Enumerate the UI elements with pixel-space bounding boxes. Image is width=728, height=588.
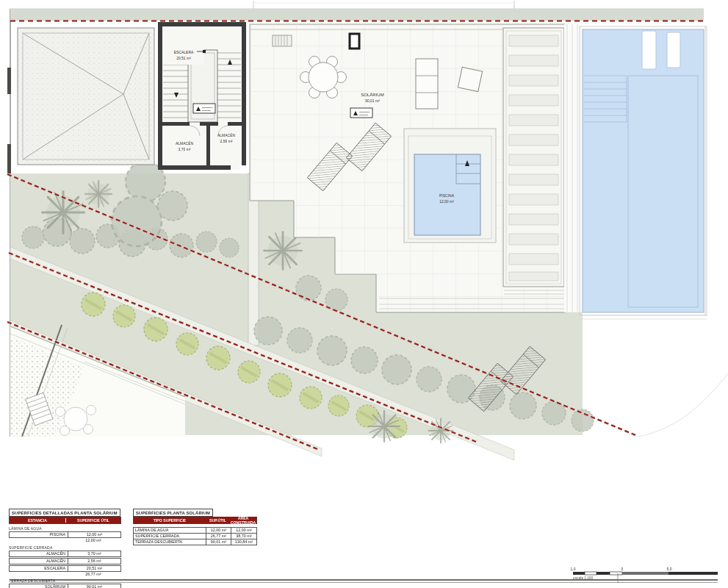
scale-label-5: 5,0 — [667, 567, 672, 571]
table-superficies-detalladas: SUPERFICIES DETALLADAS PLANTA SOLÁRIUM E… — [9, 509, 121, 588]
row-util: 90,01 m² — [206, 539, 231, 545]
row-label: ESCALERA — [10, 566, 68, 571]
vent-grille — [273, 35, 292, 46]
col-area-construida: ÁREA CONSTRUIDA — [230, 516, 256, 525]
row-label: SOLÁRIUM — [10, 584, 68, 588]
escalera-area: 20,51 m² — [176, 56, 191, 60]
row-value: 90,01 m² — [68, 584, 120, 588]
table-row: ESCALERA 20,51 m² — [9, 565, 121, 572]
pool-mat — [667, 32, 680, 68]
row-label: LÁMINA DE AGUA — [134, 528, 206, 533]
top-hedge-strip — [10, 9, 704, 21]
row-util: 12,00 m² — [206, 528, 231, 533]
stair-block: ESCALERA 20,51 m² ALMACÉN 3,70 m² ALMACÉ… — [158, 22, 246, 170]
scale-label-0: 0 — [621, 567, 624, 571]
table-header: TIPO SUPERFICIE SUP.ÚTIL ÁREA CONSTRUIDA — [133, 517, 257, 524]
table-title: SUPERFICIES DETALLADAS PLANTA SOLÁRIUM — [9, 509, 120, 517]
section-total: 12,00 m² — [65, 538, 121, 543]
large-pool — [580, 26, 707, 319]
section-superficie-cerrada: SUPERFICIE CERRADA — [9, 545, 121, 550]
row-value: 20,51 m² — [68, 566, 120, 571]
solarium-label: SOLÁRIUM — [361, 93, 383, 97]
table-row: SUPERFICIE CERRADA 26,77 m² 38,70 m² — [133, 534, 257, 539]
terrace-box — [458, 67, 482, 91]
pergola — [503, 28, 564, 294]
pool-mat — [642, 31, 656, 69]
section-terraza-descubierta: TERRAZA DESCUBIERTA — [9, 578, 121, 583]
escalera-label: ESCALERA — [174, 50, 194, 54]
row-value: 3,70 m² — [68, 551, 120, 556]
col-tipo-superficie: TIPO SUPERFICIE — [134, 518, 206, 523]
row-util: 26,77 m² — [206, 534, 231, 539]
table-header: ESTANCIA SUPERFICIE ÚTIL — [9, 517, 121, 524]
solarium-area: 90,01 m² — [365, 98, 380, 103]
chimney — [350, 34, 359, 49]
row-label: SUPERFICIE CERRADA — [134, 534, 206, 539]
elevation-marker — [350, 108, 372, 118]
row-construida: 130,84 m² — [231, 539, 256, 545]
scale-label-1: 1,0 — [571, 567, 576, 571]
col-sup-util: SUP.ÚTIL — [206, 518, 230, 523]
drawing-sheet: SOLÁRIUM 90,01 m² PISCINA 12,00 m² — [0, 0, 728, 588]
table-row: PISCINA 12,00 m² — [9, 531, 121, 538]
almacen2-label: ALMACÉN — [217, 133, 236, 137]
col-superficie-util: SUPERFICIE ÚTIL — [66, 518, 120, 523]
section-total: 26,77 m² — [65, 572, 121, 577]
row-value: 2,56 m² — [68, 559, 120, 564]
col-estancia: ESTANCIA — [10, 518, 66, 523]
almacen1-area: 3,70 m² — [179, 147, 191, 151]
table-title: SUPERFICIES PLANTA SOLÁRIUM — [133, 509, 213, 517]
row-value: 12,00 m² — [68, 532, 120, 537]
elevation-marker — [193, 104, 215, 113]
edge-wall — [7, 68, 11, 94]
hip-roof — [18, 28, 154, 165]
section-lamina-de-agua: LÁMINA DE AGUA — [9, 526, 121, 531]
scale-caption: escala 1:100 — [573, 576, 594, 580]
table-superficies-resumen: SUPERFICIES PLANTA SOLÁRIUM TIPO SUPERFI… — [133, 509, 257, 545]
row-label: ALMACÉN — [10, 559, 68, 564]
table-row: ALMACÉN 3,70 m² — [9, 551, 121, 557]
row-label: ALMACÉN — [10, 551, 68, 556]
row-construida: 12,00 m² — [231, 528, 256, 533]
table-row: LÁMINA DE AGUA 12,00 m² 12,00 m² — [133, 527, 257, 534]
table-row: ALMACÉN 2,56 m² — [9, 558, 121, 564]
floor-plan-canvas: SOLÁRIUM 90,01 m² PISCINA 12,00 m² — [0, 0, 728, 588]
table-row: TERRAZA DESCUBIERTA 90,01 m² 130,84 m² — [133, 539, 257, 545]
edge-wall — [7, 144, 11, 173]
row-label: PISCINA — [10, 532, 68, 537]
almacen1-label: ALMACÉN — [176, 141, 194, 146]
row-construida: 38,70 m² — [231, 534, 256, 539]
almacen2-area: 2,56 m² — [220, 139, 233, 143]
piscina-label: PISCINA — [439, 193, 455, 198]
terrace-cabinet — [416, 59, 438, 109]
row-label: TERRAZA DESCUBIERTA — [134, 539, 206, 545]
table-row: SOLÁRIUM 90,01 m² — [9, 584, 121, 588]
piscina-area: 12,00 m² — [439, 199, 454, 204]
pool: PISCINA 12,00 m² — [404, 129, 496, 243]
